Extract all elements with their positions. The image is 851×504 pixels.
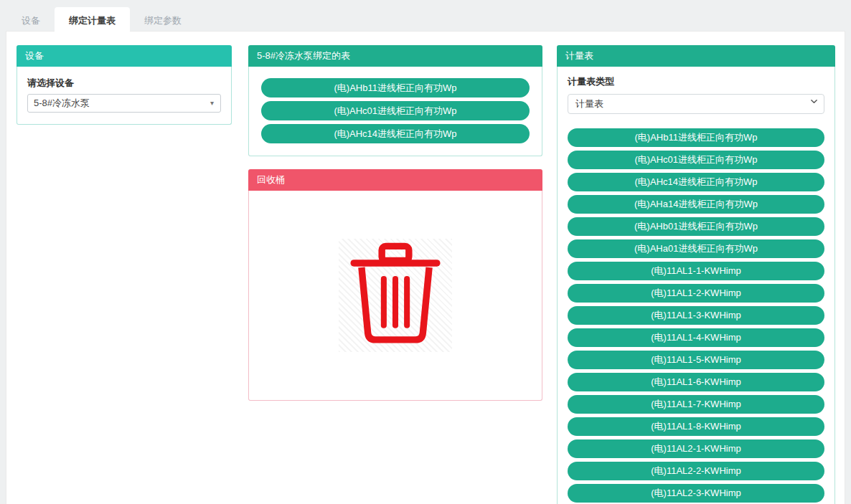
meter-pill[interactable]: (电)11AL2-1-KWHimp (568, 439, 824, 458)
device-panel-title: 设备 (17, 45, 232, 67)
meters-panel-title: 计量表 (557, 45, 835, 67)
meter-pill-list: (电)AHb11进线柜正向有功Wp (电)AHc01进线柜正向有功Wp (电)A… (568, 128, 824, 504)
bound-meter-pill[interactable]: (电)AHb11进线柜正向有功Wp (261, 78, 530, 98)
recycle-drop-zone[interactable] (339, 239, 452, 352)
trash-icon (346, 242, 445, 348)
meters-panel: 计量表 计量表类型 计量表 (电)AHb11进线柜正向有功Wp (电)AHc01… (557, 45, 835, 504)
meter-pill[interactable]: (电)AHc14进线柜正向有功Wp (568, 173, 824, 191)
meter-pill[interactable]: (电)11AL1-7-KWHimp (568, 395, 824, 414)
meter-pill[interactable]: (电)11AL1-8-KWHimp (568, 417, 824, 436)
meter-pill[interactable]: (电)11AL1-4-KWHimp (568, 328, 824, 347)
tab-content: 设备 请选择设备 5-8#冷冻水泵 ▾ 5-8#冷冻水泵绑定的表 (电)AHb1… (6, 31, 845, 504)
meter-pill[interactable]: (电)AHb11进线柜正向有功Wp (568, 128, 824, 147)
meter-pill[interactable]: (电)AHb01进线柜正向有功Wp (568, 217, 824, 236)
meter-pill[interactable]: (电)11AL1-2-KWHimp (568, 284, 824, 303)
caret-down-icon: ▾ (210, 95, 214, 112)
meter-pill[interactable]: (电)AHa14进线柜正向有功Wp (568, 195, 824, 214)
meter-pill[interactable]: (电)AHc01进线柜正向有功Wp (568, 151, 824, 169)
bound-meter-pill[interactable]: (电)AHc14进线柜正向有功Wp (261, 124, 530, 143)
tab-bar: 设备 绑定计量表 绑定参数 (7, 7, 196, 32)
tab-device[interactable]: 设备 (7, 7, 55, 32)
meter-pill[interactable]: (电)11AL1-5-KWHimp (568, 351, 824, 369)
meter-pill[interactable]: (电)11AL2-2-KWHimp (568, 462, 824, 480)
device-select-value: 5-8#冷冻水泵 (34, 98, 90, 108)
meter-type-label: 计量表类型 (568, 75, 824, 88)
recycle-bin-title: 回收桶 (248, 169, 542, 191)
tab-bind-params[interactable]: 绑定参数 (130, 7, 196, 32)
bound-meter-pill[interactable]: (电)AHc01进线柜正向有功Wp (261, 101, 530, 120)
tab-bind-meter[interactable]: 绑定计量表 (55, 7, 130, 32)
device-select[interactable]: 5-8#冷冻水泵 ▾ (27, 94, 221, 113)
bound-meters-title: 5-8#冷冻水泵绑定的表 (248, 45, 542, 67)
bound-meters-panel: 5-8#冷冻水泵绑定的表 (电)AHb11进线柜正向有功Wp (电)AHc01进… (248, 45, 542, 156)
meter-type-select[interactable]: 计量表 (568, 94, 824, 114)
device-select-label: 请选择设备 (27, 77, 221, 90)
meter-pill[interactable]: (电)11AL1-6-KWHimp (568, 373, 824, 391)
meter-pill[interactable]: (电)11AL1-3-KWHimp (568, 306, 824, 325)
chevron-down-icon (810, 98, 817, 104)
meter-pill[interactable]: (电)11AL1-1-KWHimp (568, 262, 824, 280)
meter-pill[interactable]: (电)AHa01进线柜正向有功Wp (568, 239, 824, 258)
meter-pill[interactable]: (电)11AL2-3-KWHimp (568, 484, 824, 503)
meter-type-value: 计量表 (575, 98, 603, 109)
recycle-bin-panel: 回收桶 (248, 169, 542, 401)
device-panel: 设备 请选择设备 5-8#冷冻水泵 ▾ (17, 45, 232, 125)
